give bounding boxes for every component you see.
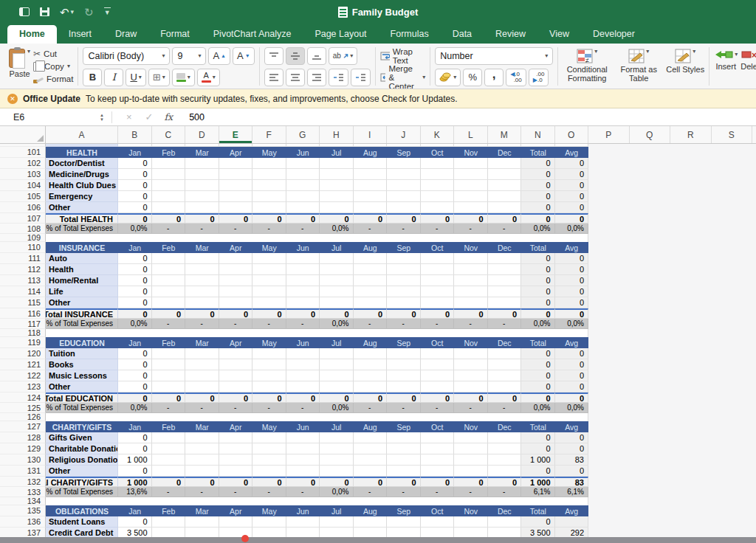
cell[interactable]: [252, 432, 286, 443]
cell[interactable]: [152, 432, 186, 443]
cell[interactable]: -: [387, 487, 421, 497]
cell[interactable]: [185, 264, 219, 275]
bold-button[interactable]: B: [83, 69, 102, 86]
cell[interactable]: [185, 253, 219, 264]
cell[interactable]: [46, 234, 588, 242]
avg-cell[interactable]: 0: [555, 169, 589, 180]
total-cell[interactable]: 6,1%: [521, 487, 555, 497]
cell[interactable]: -: [354, 319, 388, 329]
cell[interactable]: 0: [286, 392, 320, 403]
cell[interactable]: -: [219, 319, 253, 329]
cell[interactable]: 0: [252, 477, 286, 487]
month-header[interactable]: Oct: [421, 421, 455, 432]
item-label[interactable]: Music Lessons: [46, 370, 118, 381]
cell[interactable]: 1 000: [118, 454, 152, 466]
cell[interactable]: 0: [320, 308, 354, 319]
cell[interactable]: [387, 466, 421, 477]
avg-cell[interactable]: 0: [555, 297, 589, 308]
cell[interactable]: 0: [118, 392, 152, 403]
avg-cell[interactable]: 0: [555, 466, 589, 477]
avg-cell[interactable]: 83: [555, 454, 589, 466]
cell[interactable]: -: [185, 319, 219, 329]
cell[interactable]: [286, 169, 320, 180]
cell[interactable]: 0: [454, 477, 488, 487]
cell[interactable]: -: [219, 487, 253, 497]
cell[interactable]: [421, 348, 455, 359]
cell[interactable]: [421, 359, 455, 370]
avg-cell[interactable]: 0: [555, 443, 589, 454]
total-cell[interactable]: 0: [521, 213, 555, 224]
cell[interactable]: 0: [118, 443, 152, 454]
avg-cell[interactable]: 6,1%: [555, 487, 589, 497]
cell[interactable]: [252, 297, 286, 308]
cell[interactable]: 0: [152, 213, 186, 224]
qat-customize-icon[interactable]: ▼: [104, 7, 111, 16]
cell[interactable]: [219, 466, 253, 477]
cancel-icon[interactable]: ×: [126, 111, 132, 122]
cell[interactable]: 0: [185, 308, 219, 319]
cell[interactable]: [252, 348, 286, 359]
cell[interactable]: [286, 253, 320, 264]
cell[interactable]: [320, 169, 354, 180]
cell-styles-button[interactable]: ▾ Cell Styles: [666, 46, 704, 86]
cell[interactable]: [354, 253, 388, 264]
fill-color-button[interactable]: ▾: [172, 69, 195, 86]
avg-cell[interactable]: 0: [555, 286, 589, 297]
tab-data[interactable]: Data: [441, 25, 484, 44]
total-cell[interactable]: 0: [521, 286, 555, 297]
cell[interactable]: [320, 264, 354, 275]
cell[interactable]: [354, 180, 388, 191]
row-header[interactable]: 106: [0, 202, 46, 213]
total-label[interactable]: Total HEALTH: [46, 213, 118, 224]
cell[interactable]: [454, 275, 488, 286]
cell[interactable]: 0: [354, 308, 388, 319]
cell[interactable]: [488, 253, 522, 264]
tab-developer[interactable]: Developer: [581, 25, 647, 44]
row-header[interactable]: 134: [0, 497, 46, 505]
avg-cell[interactable]: 0: [555, 180, 589, 191]
avg-cell[interactable]: 0: [555, 308, 589, 319]
total-cell[interactable]: 0: [521, 359, 555, 370]
cell[interactable]: [488, 202, 522, 213]
save-icon[interactable]: [40, 7, 49, 16]
month-header[interactable]: Dec: [488, 337, 522, 348]
section-title[interactable]: CHARITY/GIFTS: [46, 421, 118, 432]
month-header[interactable]: Jun: [286, 242, 320, 253]
cell[interactable]: [387, 253, 421, 264]
cell[interactable]: 0: [185, 392, 219, 403]
cell[interactable]: [152, 443, 186, 454]
cell[interactable]: [454, 516, 488, 528]
column-header-P[interactable]: P: [588, 126, 630, 143]
item-label[interactable]: Life: [46, 286, 118, 297]
cell[interactable]: 0: [152, 308, 186, 319]
avg-cell[interactable]: 0: [555, 253, 589, 264]
total-cell[interactable]: 0: [521, 275, 555, 286]
font-name-combo[interactable]: Calibri (Body)▾: [83, 47, 170, 65]
month-header[interactable]: Apr: [219, 505, 253, 516]
decrease-decimal-button[interactable]: .00▶.0: [529, 69, 549, 86]
month-header[interactable]: Jul: [320, 337, 354, 348]
cell[interactable]: 0: [354, 477, 388, 487]
total-cell[interactable]: 0: [521, 392, 555, 403]
fx-icon[interactable]: fx: [164, 111, 173, 122]
cell[interactable]: [488, 191, 522, 202]
total-cell[interactable]: 0: [521, 432, 555, 443]
row-header[interactable]: 101: [0, 147, 46, 158]
cell[interactable]: [354, 454, 388, 466]
percent-label[interactable]: % of Total Expenses: [46, 487, 118, 497]
row-header[interactable]: 124: [0, 392, 46, 403]
cell[interactable]: [252, 253, 286, 264]
total-cell[interactable]: 0: [521, 264, 555, 275]
cell[interactable]: [286, 359, 320, 370]
cell[interactable]: 13,6%: [118, 487, 152, 497]
avg-cell[interactable]: 0: [555, 432, 589, 443]
row-header[interactable]: 131: [0, 466, 46, 477]
month-header[interactable]: Feb: [152, 242, 186, 253]
cell[interactable]: 0: [488, 477, 522, 487]
cell[interactable]: 0: [118, 191, 152, 202]
cell[interactable]: [152, 191, 186, 202]
cell[interactable]: [152, 286, 186, 297]
avg-cell[interactable]: 0,0%: [555, 319, 589, 329]
cell[interactable]: [387, 443, 421, 454]
cell[interactable]: [252, 454, 286, 466]
